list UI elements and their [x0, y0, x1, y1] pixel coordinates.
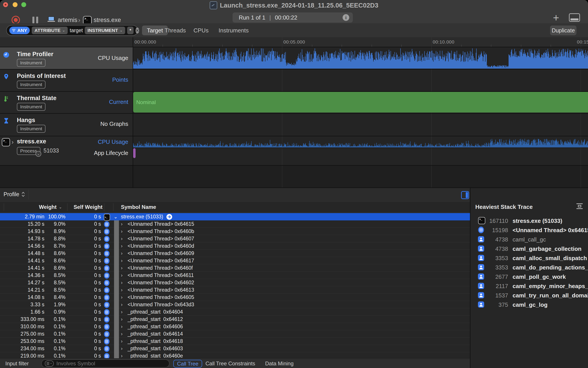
target-token[interactable]: target	[70, 28, 83, 34]
table-row[interactable]: 333.00 ms0.1%0 s›_pthread_start 0x64612	[0, 316, 470, 323]
add-instrument-icon[interactable]: +	[553, 11, 559, 24]
symbol-filter-field[interactable]	[41, 359, 170, 368]
stack-frame-row[interactable]: 1537caml_try_run_on_all_domai…	[470, 291, 588, 300]
table-row[interactable]: 14.78 s8.8%0 s›<Unnamed Thread> 0x64607	[0, 235, 470, 242]
info-icon[interactable]: i	[343, 14, 349, 21]
stack-frame-row[interactable]: 4738caml_garbage_collection	[470, 244, 588, 253]
any-filter-pill[interactable]: ANY	[9, 27, 30, 34]
column-header-weight[interactable]: Weight	[18, 204, 57, 210]
call-tree-button[interactable]: Call Tree	[173, 360, 202, 368]
disclosure-closed-icon[interactable]: ›	[121, 250, 126, 257]
stack-frame-row[interactable]: 3353caml_do_pending_actions_…	[470, 263, 588, 272]
table-row[interactable]: 14.48 s8.6%0 s›<Unnamed Thread> 0x64609	[0, 250, 470, 257]
thermal-state-value: Nominal	[136, 99, 156, 105]
breadcrumb-process[interactable]: stress.exe	[94, 16, 121, 24]
track-row-points-of-interest[interactable]: Points of Interest Instrument Points	[0, 69, 133, 91]
table-row[interactable]: 14.41 s8.6%0 s›<Unnamed Thread> 0x6460f	[0, 264, 470, 272]
table-row[interactable]: 14.41 s8.6%0 s›<Unnamed Thread> 0x64617	[0, 257, 470, 264]
track-row-stress-exe[interactable]: >_ › stress.exe Process ⌄ 51033 CPU Usag…	[0, 136, 133, 165]
timeline-ruler[interactable]: 00:00.00000:05.00000:10.00000:15	[0, 37, 588, 47]
wildcard-token[interactable]: *	[127, 27, 133, 34]
disclosure-closed-icon[interactable]: ›	[121, 279, 126, 286]
filter-menu-icon[interactable]	[45, 360, 54, 367]
disclosure-closed-icon[interactable]: ›	[121, 338, 126, 345]
disclosure-open-icon[interactable]: ⌄	[114, 213, 119, 221]
weight-cell: 14.56 s	[0, 242, 44, 250]
table-row[interactable]: 219.00 ms0.1%0 s›_pthread_start 0x6460e	[0, 352, 470, 358]
disclosure-closed-icon[interactable]: ›	[121, 228, 126, 235]
track-row-time-profiler[interactable]: Time Profiler Instrument CPU Usage	[0, 47, 133, 69]
points-of-interest-lane[interactable]	[133, 69, 588, 91]
tab-instruments[interactable]: Instruments	[218, 26, 249, 35]
panel-divider[interactable]	[133, 37, 133, 188]
disclosure-closed-icon[interactable]: ›	[121, 345, 126, 352]
call-tree-constraints-button[interactable]: Call Tree Constraints	[206, 359, 255, 368]
stack-frame-row[interactable]: 2117caml_empty_minor_heaps_…	[470, 281, 588, 291]
graph-style-selector[interactable]: Points	[0, 76, 128, 83]
track-row-thermal-state[interactable]: Thermal State Instrument Current	[0, 91, 133, 113]
table-row[interactable]: 14.27 s8.5%0 s›<Unnamed Thread> 0x64602	[0, 279, 470, 286]
table-row[interactable]: 14.36 s8.5%0 s›<Unnamed Thread> 0x64611	[0, 272, 470, 279]
table-row[interactable]: 2.79 min100.0%0 s>_⌄stress.exe (51033)	[0, 213, 470, 221]
bottom-panel-toggle-icon[interactable]	[569, 13, 580, 22]
attribute-filter-pill[interactable]: ATTRIBUTE⌄	[32, 27, 68, 34]
clear-filter-icon[interactable]: ✕	[136, 28, 139, 34]
disclosure-closed-icon[interactable]: ›	[121, 308, 126, 316]
disclosure-closed-icon[interactable]: ›	[121, 272, 126, 279]
graph-style-selector[interactable]: CPU Usage	[0, 55, 128, 62]
table-row[interactable]: 3.33 s1.9%0 s›<Unnamed Thread> 0x643d3	[0, 301, 470, 308]
track-filter-field[interactable]: ANY ATTRIBUTE⌄ target INSTRUMENT⌄ * ✕	[6, 25, 138, 36]
disclosure-closed-icon[interactable]: ›	[121, 352, 126, 358]
column-header-symbol-name[interactable]: Symbol Name	[121, 204, 156, 210]
table-row[interactable]: 14.21 s8.5%0 s›<Unnamed Thread> 0x64613	[0, 286, 470, 294]
disclosure-closed-icon[interactable]: ›	[121, 286, 126, 294]
table-row[interactable]: 14.93 s8.9%0 s›<Unnamed Thread> 0x6460b	[0, 228, 470, 235]
disclosure-closed-icon[interactable]: ›	[121, 257, 126, 264]
tab-target[interactable]: Target	[142, 26, 168, 35]
disclosure-closed-icon[interactable]: ›	[121, 235, 126, 242]
pause-button[interactable]	[32, 17, 38, 23]
stack-frame-row[interactable]: >_167110stress.exe (51033)	[470, 216, 588, 225]
column-header-self-weight[interactable]: Self Weight	[71, 204, 102, 210]
stack-trace-icon[interactable]	[576, 203, 583, 209]
stack-frame-row[interactable]: 375caml_gc_log	[470, 300, 588, 309]
tab-threads[interactable]: Threads	[165, 26, 186, 35]
stack-frame-row[interactable]: 15198<Unnamed Thread> 0x64615	[470, 225, 588, 235]
disclosure-closed-icon[interactable]: ›	[121, 316, 126, 323]
table-row[interactable]: 310.00 ms0.1%0 s›_pthread_start 0x64606	[0, 323, 470, 330]
graph-style-selector[interactable]: Current	[0, 99, 128, 105]
table-row[interactable]: 1.66 s0.9%0 s›_pthread_start 0x64604	[0, 308, 470, 316]
disclosure-closed-icon[interactable]: ›	[121, 242, 126, 250]
disclosure-closed-icon[interactable]: ›	[121, 294, 126, 301]
stack-frame-row[interactable]: 2677caml_poll_gc_work	[470, 272, 588, 281]
stack-frame-row[interactable]: 4738caml_call_gc	[470, 235, 588, 244]
graph-style-selector[interactable]: CPU Usage	[0, 138, 128, 145]
duplicate-button[interactable]: Duplicate	[550, 26, 577, 35]
disclosure-closed-icon[interactable]: ›	[121, 330, 126, 338]
record-button[interactable]	[11, 16, 20, 24]
table-row[interactable]: 14.08 s8.4%0 s›<Unnamed Thread> 0x64605	[0, 294, 470, 301]
breadcrumb-device[interactable]: artemis	[58, 16, 77, 24]
right-panel-toggle-icon[interactable]	[461, 191, 469, 199]
table-row[interactable]: 14.56 s8.7%0 s›<Unnamed Thread> 0x6460d	[0, 242, 470, 250]
focus-arrow-icon[interactable]	[166, 214, 172, 220]
disclosure-closed-icon[interactable]: ›	[121, 301, 126, 308]
data-mining-button[interactable]: Data Mining	[265, 359, 294, 368]
detail-view-selector[interactable]: Profile	[4, 191, 25, 198]
stack-frame-row[interactable]: 3353caml_alloc_small_dispatch	[470, 253, 588, 263]
tab-cpus[interactable]: CPUs	[193, 26, 208, 35]
table-row[interactable]: 234.00 ms0.1%0 s›_pthread_start 0x64603	[0, 345, 470, 352]
hangs-lane[interactable]	[133, 113, 588, 136]
disclosure-closed-icon[interactable]: ›	[121, 264, 126, 272]
table-row[interactable]: 253.00 ms0.1%0 s›_pthread_start 0x64618	[0, 338, 470, 345]
indent-guide	[114, 338, 119, 345]
graph-style-selector[interactable]: No Graphs	[0, 120, 128, 127]
track-row-hangs[interactable]: Hangs Instrument No Graphs	[0, 113, 133, 136]
disclosure-closed-icon[interactable]: ›	[121, 221, 126, 228]
table-row[interactable]: 275.00 ms0.1%0 s›_pthread_start 0x64614	[0, 330, 470, 338]
graph-style-selector[interactable]: App Lifecycle	[0, 150, 128, 156]
symbol-filter-input[interactable]	[56, 360, 154, 367]
instrument-filter-pill[interactable]: INSTRUMENT⌄	[85, 27, 125, 34]
disclosure-closed-icon[interactable]: ›	[121, 323, 126, 330]
table-row[interactable]: 15.20 s9.0%0 s›<Unnamed Thread> 0x64615	[0, 221, 470, 228]
